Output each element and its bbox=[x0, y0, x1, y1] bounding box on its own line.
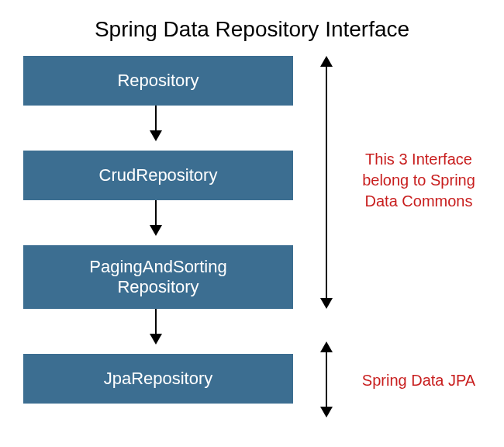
diagram-title: Spring Data Repository Interface bbox=[0, 0, 504, 56]
annotation-commons-line3: Data Commons bbox=[365, 192, 473, 210]
box-repository: Repository bbox=[23, 56, 293, 106]
arrow-crud-to-paging bbox=[155, 200, 157, 234]
box-jpa-label: JpaRepository bbox=[104, 369, 213, 389]
arrowhead-up-icon bbox=[320, 341, 333, 352]
box-paging-label: PagingAndSorting Repository bbox=[89, 257, 226, 298]
annotation-data-commons: This 3 Interface belong to Spring Data C… bbox=[349, 149, 488, 212]
bracket-data-commons bbox=[326, 57, 327, 307]
box-crud-label: CrudRepository bbox=[99, 165, 218, 185]
bracket-data-jpa bbox=[326, 343, 327, 416]
box-paging-sorting-repository: PagingAndSorting Repository bbox=[23, 245, 293, 309]
box-repository-label: Repository bbox=[117, 71, 198, 91]
box-paging-line2: Repository bbox=[117, 277, 198, 296]
annotation-commons-line1: This 3 Interface bbox=[365, 151, 472, 168]
annotation-data-jpa: Spring Data JPA bbox=[349, 370, 488, 391]
arrow-paging-to-jpa bbox=[155, 309, 157, 343]
annotation-commons-line2: belong to Spring bbox=[362, 172, 475, 189]
box-crud-repository: CrudRepository bbox=[23, 151, 293, 200]
box-paging-line1: PagingAndSorting bbox=[89, 257, 226, 276]
arrowhead-up-icon bbox=[320, 56, 333, 67]
arrow-repository-to-crud bbox=[155, 106, 157, 140]
box-jpa-repository: JpaRepository bbox=[23, 354, 293, 404]
arrowhead-down-icon bbox=[320, 407, 333, 418]
diagram-canvas: Repository CrudRepository PagingAndSorti… bbox=[0, 56, 504, 444]
arrowhead-down-icon bbox=[320, 298, 333, 309]
